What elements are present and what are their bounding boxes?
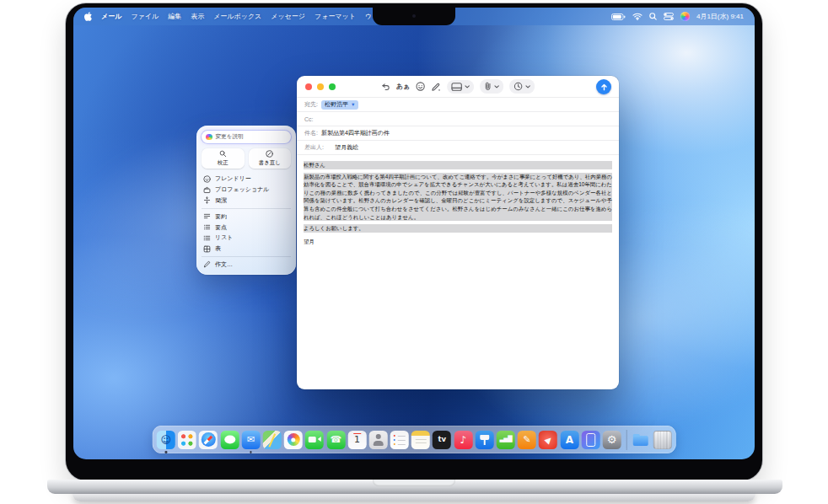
- glyph: ▶: [543, 434, 554, 445]
- dock-mail-icon[interactable]: ✉: [242, 431, 261, 449]
- cc-field[interactable]: Cc:: [297, 111, 619, 126]
- macbook-screen: メールファイル編集表示メールボックスメッセージフォーマットウインドウヘルプ 4月…: [66, 3, 762, 480]
- format-button[interactable]: あぁ: [396, 82, 410, 91]
- dock-downloads-icon[interactable]: [632, 431, 650, 449]
- dock-contacts-icon[interactable]: [369, 431, 388, 449]
- dock-finder-icon[interactable]: ☺: [157, 431, 175, 449]
- glyph: 1: [354, 435, 360, 444]
- dock-messages-icon[interactable]: [220, 431, 239, 449]
- describe-change-input[interactable]: 変更を説明: [202, 131, 291, 143]
- writing-tools-option-briefcase[interactable]: プロフェッショナル: [202, 185, 291, 196]
- camera-dot: [412, 14, 416, 18]
- dock-phone-icon[interactable]: ☎: [326, 431, 345, 449]
- option-label: 要約: [215, 212, 227, 221]
- menu-divider: [202, 256, 291, 257]
- dock-launchpad-icon[interactable]: [178, 431, 196, 449]
- smiley-icon: [203, 175, 211, 183]
- writing-tools-option-compose[interactable]: 作文…: [202, 260, 291, 271]
- writing-tools-button[interactable]: [431, 82, 441, 92]
- menu-bar-clock[interactable]: 4月1日(水) 9:41: [696, 12, 744, 21]
- dock-tv-icon[interactable]: tv: [433, 431, 451, 449]
- dock-facetime-icon[interactable]: [305, 431, 324, 449]
- menubar-item-mailbox[interactable]: メールボックス: [213, 12, 261, 21]
- battery-icon[interactable]: [611, 13, 626, 20]
- glyph: ♪: [460, 435, 467, 445]
- mail-compose-window: あぁ: [297, 76, 619, 389]
- selected-closing: よろしくお願いします。: [304, 224, 612, 233]
- concise-icon: [203, 196, 211, 204]
- dock-calendar-icon[interactable]: 1: [347, 431, 366, 449]
- menubar-item-file[interactable]: ファイル: [131, 12, 159, 21]
- dock-rocket-icon[interactable]: ▶: [539, 431, 557, 449]
- from-label: 差出人:: [304, 143, 324, 152]
- to-field[interactable]: 宛先: 松野浩平 ▼: [297, 97, 619, 111]
- writing-tools-option-summary[interactable]: 要約: [202, 211, 291, 222]
- header-fields-button[interactable]: [447, 80, 474, 94]
- writing-tools-option-keypoints[interactable]: 要点: [202, 222, 291, 233]
- from-field[interactable]: 差出人: 望月義絵: [297, 140, 619, 154]
- cc-label: Cc:: [304, 116, 314, 122]
- glyph: tv: [438, 436, 446, 443]
- writing-tools-option-concise[interactable]: 簡潔: [202, 196, 291, 206]
- apple-menu-icon[interactable]: [84, 12, 92, 21]
- glyph: ☎: [330, 435, 341, 444]
- to-label: 宛先:: [304, 100, 318, 109]
- siri-icon[interactable]: [680, 12, 690, 21]
- menubar-item-message[interactable]: メッセージ: [271, 12, 305, 21]
- dock-music-icon[interactable]: ♪: [454, 431, 472, 449]
- emoji-button[interactable]: [416, 82, 425, 91]
- wifi-icon[interactable]: [632, 13, 643, 20]
- list-icon: [203, 234, 211, 242]
- writing-tools-option-smiley[interactable]: フレンドリー: [202, 174, 291, 185]
- option-label: リスト: [215, 233, 234, 242]
- glyph: ⚙: [607, 434, 617, 445]
- subject-value: 新製品第4四半期計画の件: [321, 129, 390, 137]
- dock-keynote-icon[interactable]: [476, 431, 494, 449]
- dock-settings-icon[interactable]: ⚙: [603, 431, 621, 449]
- dock-photos-icon[interactable]: [284, 431, 303, 449]
- spotlight-search-icon[interactable]: [649, 13, 657, 20]
- dock-pages-icon[interactable]: ✎: [518, 431, 536, 449]
- menubar-item-mail[interactable]: メール: [101, 12, 121, 21]
- message-body[interactable]: 松野さん 新製品の市場投入戦略に関する第4四半期計画について、改めてご連絡です。…: [297, 154, 619, 251]
- summary-icon: [203, 212, 211, 220]
- menubar-item-view[interactable]: 表示: [191, 12, 204, 21]
- control-center-icon[interactable]: [664, 13, 674, 20]
- token-chevron-icon: ▼: [351, 102, 355, 107]
- writing-tools-option-table[interactable]: 表: [202, 244, 291, 255]
- minimize-button[interactable]: [317, 83, 324, 90]
- window-titlebar[interactable]: あぁ: [297, 76, 619, 97]
- send-button[interactable]: [596, 79, 611, 94]
- dock-reminders-icon[interactable]: [390, 431, 409, 449]
- dock: ☺✉☎1tv♪▃▅█✎▶A⚙: [153, 426, 676, 453]
- menubar-item-format[interactable]: フォーマット: [315, 12, 356, 21]
- dock-maps-icon[interactable]: [263, 431, 282, 449]
- option-label: 作文…: [215, 260, 233, 269]
- dock-trash-icon[interactable]: [653, 431, 671, 449]
- display-notch: [373, 8, 455, 25]
- close-button[interactable]: [305, 83, 312, 90]
- glyph: ☺: [160, 435, 171, 445]
- zoom-button[interactable]: [329, 83, 336, 90]
- dock-notes-icon[interactable]: [411, 431, 430, 449]
- table-icon: [203, 245, 211, 253]
- dock-appstore-icon[interactable]: A: [560, 431, 578, 449]
- desktop-wallpaper: メールファイル編集表示メールボックスメッセージフォーマットウインドウヘルプ 4月…: [73, 8, 755, 459]
- recipient-token[interactable]: 松野浩平 ▼: [321, 100, 358, 110]
- undo-button[interactable]: [381, 83, 390, 91]
- glyph: ✎: [523, 435, 530, 444]
- send-later-button[interactable]: [509, 79, 535, 94]
- writing-tools-magnifier-button[interactable]: 校正: [202, 148, 245, 169]
- menubar-item-edit[interactable]: 編集: [168, 12, 181, 21]
- writing-tools-rewrite-button[interactable]: 書き直し: [249, 148, 292, 169]
- subject-field[interactable]: 件名: 新製品第4四半期計画の件: [297, 126, 619, 140]
- writing-tools-option-list[interactable]: リスト: [202, 233, 291, 244]
- describe-change-placeholder: 変更を説明: [216, 133, 244, 141]
- dock-iphone-mirroring-icon[interactable]: [582, 431, 600, 449]
- button-label: 校正: [218, 159, 229, 167]
- dock-numbers-icon[interactable]: ▃▅█: [497, 431, 515, 449]
- dock-safari-icon[interactable]: [199, 431, 218, 449]
- from-value: 望月義絵: [335, 143, 358, 152]
- glyph: ▃▅█: [499, 437, 512, 442]
- attach-file-button[interactable]: [480, 79, 503, 94]
